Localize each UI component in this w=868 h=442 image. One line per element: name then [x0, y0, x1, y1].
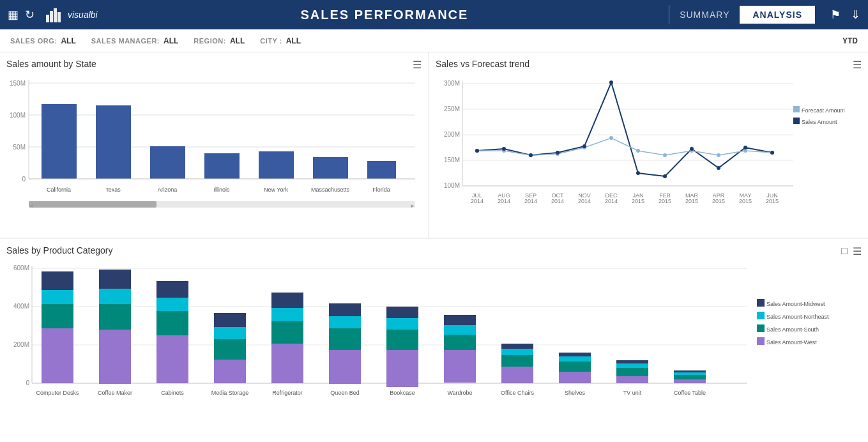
svg-rect-103 — [99, 330, 131, 384]
svg-text:TV unit: TV unit — [623, 390, 642, 396]
svg-point-79 — [663, 174, 667, 178]
trend-chart-menu[interactable]: ☰ — [853, 59, 862, 71]
filter-sales-org[interactable]: SALES ORG: ALL — [10, 36, 76, 45]
svg-text:California: California — [47, 187, 71, 193]
svg-text:250M: 250M — [444, 105, 460, 112]
filter-region[interactable]: REGION: ALL — [194, 36, 245, 45]
svg-rect-154 — [674, 375, 706, 379]
state-chart-title: Sales amount by State — [6, 59, 422, 69]
svg-rect-130 — [386, 318, 418, 330]
svg-rect-104 — [99, 304, 131, 330]
header-divider — [669, 5, 669, 24]
svg-rect-109 — [156, 311, 188, 335]
state-chart-menu[interactable]: ☰ — [413, 59, 422, 71]
bar-illinois[interactable] — [204, 153, 240, 179]
svg-text:Refrigerator: Refrigerator — [272, 390, 303, 396]
bar-arizona[interactable] — [150, 146, 185, 179]
svg-rect-84 — [793, 106, 800, 112]
bar-texas[interactable] — [96, 105, 131, 179]
svg-text:Sales Amount: Sales Amount — [802, 119, 837, 125]
svg-rect-105 — [99, 289, 131, 304]
svg-text:Coffee Maker: Coffee Maker — [98, 390, 132, 396]
svg-text:Sales Amount-Midwest: Sales Amount-Midwest — [766, 301, 825, 307]
svg-point-75 — [556, 151, 560, 155]
svg-rect-138 — [501, 367, 533, 383]
region-value: ALL — [230, 36, 245, 45]
svg-text:Computer Desks: Computer Desks — [36, 390, 79, 396]
city-label: CITY : — [260, 37, 282, 45]
download-icon[interactable]: ⇓ — [851, 8, 860, 22]
svg-rect-119 — [271, 321, 303, 344]
svg-rect-108 — [156, 335, 188, 383]
svg-rect-162 — [757, 324, 765, 332]
logo: visualbi — [45, 6, 98, 24]
svg-text:2014: 2014 — [471, 198, 483, 204]
product-menu-icon[interactable]: ☰ — [853, 245, 862, 257]
svg-rect-158 — [757, 299, 765, 307]
expand-icon[interactable]: □ — [841, 245, 848, 257]
svg-rect-148 — [616, 376, 648, 383]
svg-rect-101 — [42, 271, 73, 290]
sales-org-value: ALL — [61, 36, 75, 45]
filter-sales-manager[interactable]: SALES MANAGER: ALL — [91, 36, 179, 45]
svg-rect-164 — [757, 337, 765, 345]
sales-manager-value: ALL — [164, 36, 178, 45]
svg-text:2015: 2015 — [766, 198, 779, 204]
svg-text:2014: 2014 — [578, 198, 591, 204]
svg-rect-125 — [329, 316, 361, 328]
refresh-icon[interactable]: ↻ — [25, 8, 34, 22]
svg-text:200M: 200M — [13, 341, 29, 348]
svg-rect-144 — [559, 362, 591, 372]
trend-chart-panel: Sales vs Forecast trend ☰ 300M 250M 200M… — [429, 52, 868, 238]
svg-text:Forecast Amount: Forecast Amount — [802, 107, 844, 114]
header: ▦ ↻ visualbi SALES PERFORMANCE SUMMARY A… — [0, 0, 868, 29]
svg-rect-128 — [386, 350, 418, 387]
bar-california[interactable] — [42, 104, 77, 179]
svg-text:2014: 2014 — [524, 198, 537, 204]
svg-rect-3 — [54, 8, 57, 22]
svg-point-78 — [636, 171, 640, 175]
svg-rect-146 — [559, 353, 591, 356]
svg-rect-2 — [50, 11, 53, 22]
svg-rect-149 — [616, 368, 648, 376]
analysis-tab[interactable]: ANALYSIS — [740, 6, 815, 24]
svg-point-82 — [743, 146, 747, 149]
svg-text:Wardrobe: Wardrobe — [447, 390, 472, 396]
bar-newyork[interactable] — [259, 151, 294, 179]
svg-rect-114 — [214, 339, 246, 360]
svg-rect-126 — [329, 303, 361, 316]
product-chart-title: Sales by Product Category — [6, 245, 862, 255]
svg-text:Texas: Texas — [105, 187, 121, 193]
bar-massachusetts[interactable] — [313, 157, 348, 179]
svg-text:Florida: Florida — [372, 187, 390, 193]
summary-label[interactable]: SUMMARY — [680, 10, 729, 20]
svg-text:Office Chairs: Office Chairs — [501, 390, 534, 396]
svg-text:Massachusetts: Massachusetts — [311, 187, 350, 193]
svg-rect-153 — [674, 379, 706, 383]
svg-text:Coffee Table: Coffee Table — [674, 390, 706, 396]
svg-text:0: 0 — [26, 379, 29, 386]
product-panel-icons: □ ☰ — [841, 245, 862, 257]
svg-rect-115 — [214, 327, 246, 339]
svg-point-76 — [582, 144, 586, 148]
filter-icon[interactable]: ▦ — [8, 8, 19, 22]
filter-city[interactable]: CITY : ALL — [260, 36, 301, 45]
svg-text:50M: 50M — [13, 144, 26, 151]
svg-text:Sales Amount-South: Sales Amount-South — [766, 326, 819, 333]
svg-rect-86 — [793, 118, 800, 124]
svg-text:Sales Amount-West: Sales Amount-West — [766, 339, 817, 346]
bookmark-icon[interactable]: ⚑ — [830, 8, 841, 22]
bar-florida[interactable] — [367, 161, 396, 179]
svg-text:100M: 100M — [10, 112, 26, 119]
svg-rect-134 — [444, 335, 476, 350]
svg-rect-131 — [386, 307, 418, 318]
svg-text:Queen Bed: Queen Bed — [330, 390, 360, 396]
period-filter[interactable]: YTD — [842, 36, 858, 45]
svg-rect-106 — [99, 270, 131, 289]
svg-text:2015: 2015 — [739, 198, 752, 204]
svg-rect-124 — [329, 328, 361, 350]
product-chart-panel: Sales by Product Category □ ☰ 600M 400M … — [0, 239, 868, 442]
svg-text:600M: 600M — [13, 264, 29, 271]
svg-text:►: ► — [410, 203, 415, 209]
svg-text:Shelves: Shelves — [565, 390, 586, 396]
